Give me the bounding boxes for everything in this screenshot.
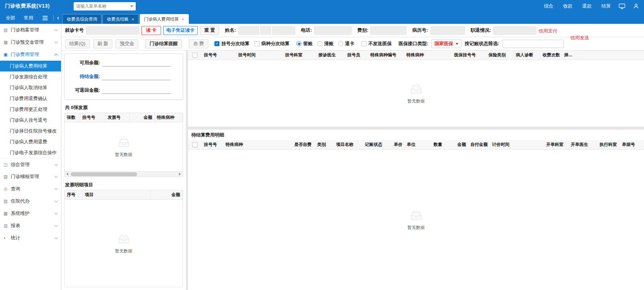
column-header[interactable]: 项目名称 [334,140,363,149]
user-icon[interactable] [633,3,639,9]
column-header[interactable]: 特殊病种 [155,113,183,122]
sidebar-item-5[interactable]: 门诊病人取消结算 [0,82,61,93]
column-header[interactable]: 挂号号 [202,140,223,149]
filter-common[interactable]: 常用 [24,15,33,21]
column-header[interactable]: 单据号 [620,140,637,149]
column-header[interactable]: 数量 [419,140,444,149]
column-header[interactable]: 自付金额 [468,140,490,149]
column-header[interactable]: 记账状态 [363,140,387,149]
insurance-type-select[interactable]: 国家医保 [431,39,461,48]
column-header[interactable]: 择... [562,51,579,60]
column-header[interactable]: 序号 [65,190,83,199]
sidebar-group-12[interactable]: ◫综合管理 [0,158,61,170]
scrollbar-thumb[interactable] [71,172,137,176]
available-balance-input[interactable] [102,59,171,66]
column-header[interactable]: 单位 [405,140,419,149]
topbar-link-receive[interactable]: 收款 [563,3,573,9]
column-header[interactable]: 特殊病种编号 [368,51,404,60]
fee-type-input[interactable] [370,26,406,35]
prepay-button[interactable]: 预交金 [116,39,138,48]
checkbox-icon[interactable]: ✓ [214,41,219,46]
sidebar-group-15[interactable]: ▨住院代办 [0,195,61,207]
column-header[interactable]: 特殊病种 [223,140,292,149]
column-header[interactable]: 特殊病种 [404,51,452,60]
checkbox-icon[interactable] [254,41,260,46]
sidebar-group-17[interactable]: ▥报表 [0,220,61,232]
column-header[interactable]: 挂号员 [345,51,368,60]
self-pay-button[interactable]: 自 费 [189,39,208,48]
menu-icon[interactable] [43,16,48,20]
scrollbar-track[interactable] [70,172,177,177]
settle-mode-checkbox-1[interactable]: 病种分次结算 [254,40,290,47]
column-header[interactable]: 单价 [387,140,405,149]
settle-mode-checkbox-0[interactable]: ✓挂号分次结算 [214,40,249,47]
scroll-right-icon[interactable] [177,172,183,177]
settle-reminder-button[interactable]: 门诊结算提醒 [145,39,182,48]
record-no-input[interactable] [430,26,465,35]
name-sub-field-2[interactable] [272,26,295,35]
scroll-left-icon[interactable] [65,172,70,177]
sidebar-item-7[interactable]: 门诊费用更正处理 [0,104,61,115]
chevron-down-icon[interactable] [130,5,133,7]
sidebar-group-0[interactable]: ▤门诊档案管理 [0,24,61,36]
column-header[interactable]: 执行科室 [597,140,620,149]
topbar-link-settle[interactable]: 结算 [601,3,611,9]
account-mode-radio-0[interactable]: 留账 [296,40,313,47]
name-sub-field-1[interactable] [260,26,271,35]
chevron-left-icon[interactable]: ‹ [57,14,59,22]
column-header[interactable]: 收费次数 [540,51,562,60]
read-card-button[interactable]: 读 卡 [142,26,161,35]
card-no-input[interactable] [86,26,139,35]
sidebar-item-11[interactable]: 门诊电子发票综合操作 [0,147,61,158]
sidebar-item-4[interactable]: 门诊发票综合处理 [0,72,61,82]
sidebar-item-6[interactable]: 门诊费用退费确认 [0,93,61,104]
topbar-link-comprehensive[interactable]: 综合 [544,3,553,9]
pending-amount-input[interactable] [102,73,171,80]
tab-cashier-checkout[interactable]: 收费员结账× [103,14,139,24]
sidebar-group-16[interactable]: ▩系统维护 [0,207,61,220]
sidebar-group-13[interactable]: ▧门诊稽核管理 [0,170,61,183]
retire-status-input[interactable] [493,26,536,35]
column-header[interactable]: 金额 [151,190,183,199]
sidebar-item-3[interactable]: 门诊病人费用结算 [0,61,61,72]
topbar-link-refund[interactable]: 退款 [582,3,592,9]
refresh-button[interactable]: 刷 新 [93,39,113,48]
column-header[interactable]: 类别 [315,140,334,149]
refundable-amount-input[interactable] [102,87,171,94]
sidebar-item-8[interactable]: 门诊病人挂号退号 [0,115,61,126]
column-header[interactable]: 挂号时间 [236,51,283,60]
column-header[interactable]: 病人诊断 [514,51,540,60]
screen-icon[interactable] [619,4,625,9]
column-header[interactable]: 项目 [83,190,151,199]
column-header[interactable]: 挂号号 [202,51,236,60]
billing-status-filter-input[interactable] [502,40,564,48]
sidebar-group-2[interactable]: ▣门诊费用管理 [0,48,61,61]
credit-pay-link[interactable]: 信用支付 [539,28,557,34]
column-header[interactable]: 金额 [130,113,155,122]
no-send-insurance-checkbox[interactable]: 不发送医保 [361,40,392,47]
column-header[interactable]: 挂号号 [80,113,105,122]
account-mode-radio-2[interactable]: 退卡 [338,40,354,47]
horizontal-scrollbar[interactable] [65,171,183,177]
tab-cashier-query[interactable]: 收费员综合查询 [62,14,101,24]
radio-icon[interactable] [338,41,343,46]
sidebar-item-10[interactable]: 门诊病人费用退费 [0,137,61,147]
menu-search-input[interactable] [76,4,130,9]
column-header[interactable]: 金额 [444,140,468,149]
e-cert-read-button[interactable]: 电子凭证读卡 [163,26,198,35]
column-header[interactable]: 开单科室 [544,140,569,149]
reset-button[interactable]: 重 置 [200,26,219,35]
tab-patient-fee-settlement[interactable]: 门诊病人费用结算× [140,14,189,24]
menu-search[interactable] [74,2,136,10]
close-icon[interactable]: × [131,17,134,22]
sidebar-group-14[interactable]: ◎查询 [0,183,61,195]
account-mode-radio-1[interactable]: 清账 [317,40,334,47]
select-all-checkbox[interactable] [192,142,197,147]
column-header[interactable]: 计价时间 [490,140,544,149]
column-header[interactable]: 接诊医生 [316,51,345,60]
column-header[interactable]: 医保挂号号 [452,51,486,60]
column-header[interactable]: 挂号科室 [283,51,316,60]
column-header[interactable]: 开单医生 [569,140,597,149]
column-header[interactable]: 张数 [65,113,80,122]
checkbox-icon[interactable] [361,41,366,46]
